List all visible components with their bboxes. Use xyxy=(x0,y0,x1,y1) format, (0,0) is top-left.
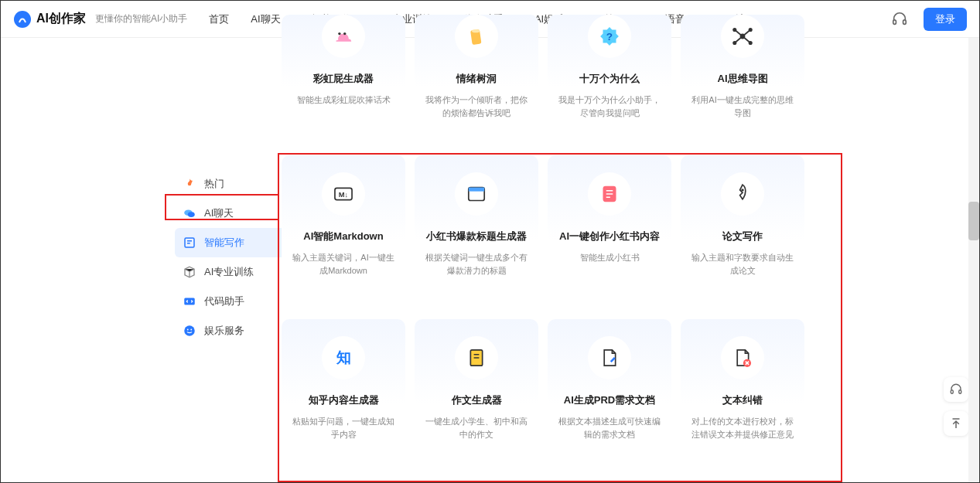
card-icon-wrap xyxy=(721,336,764,379)
card-desc: 利用AI一键生成完整的思维导图 xyxy=(690,94,795,119)
svg-rect-6 xyxy=(184,298,195,305)
card-0-2[interactable]: ?十万个为什么我是十万个为什么小助手，尽管向我提问吧 xyxy=(548,15,671,146)
card-0-3[interactable]: AI思维导图利用AI一键生成完整的思维导图 xyxy=(681,15,804,146)
sidebar-label: AI专业训练 xyxy=(204,265,254,279)
chat-icon xyxy=(183,206,196,220)
err-icon xyxy=(729,345,756,371)
card-2-3[interactable]: 文本纠错对上传的文本进行校对，标注错误文本并提供修正意见 xyxy=(681,319,804,474)
logo[interactable]: AI创作家 xyxy=(13,10,86,29)
md-icon: M↓ xyxy=(330,181,357,207)
mind-icon xyxy=(729,23,756,49)
cloud-icon xyxy=(330,23,357,49)
sidebar-item-4[interactable]: 代码助手 xyxy=(175,287,291,316)
svg-point-7 xyxy=(184,325,195,336)
doc-icon xyxy=(463,345,490,371)
card-1-2[interactable]: AI一键创作小红书内容智能生成小红书 xyxy=(548,155,671,310)
svg-rect-29 xyxy=(951,390,953,394)
card-1-3[interactable]: 论文写作输入主题和字数要求自动生成论文 xyxy=(681,155,804,310)
logo-icon xyxy=(13,10,32,29)
card-title: 知乎内容生成器 xyxy=(309,393,379,407)
svg-rect-23 xyxy=(469,188,484,192)
card-0-0[interactable]: 彩虹屁生成器智能生成彩虹屁吹捧话术 xyxy=(282,15,405,146)
sidebar-item-2[interactable]: 智能写作 xyxy=(175,228,291,257)
svg-point-11 xyxy=(343,32,346,35)
card-title: 作文生成器 xyxy=(452,393,502,407)
card-desc: 输入主题和字数要求自动生成论文 xyxy=(690,251,795,277)
smile-icon xyxy=(183,324,196,338)
svg-point-10 xyxy=(338,32,340,35)
card-2-0[interactable]: 知知乎内容生成器粘贴知乎问题，一键生成知乎内容 xyxy=(282,319,405,474)
question-icon: ? xyxy=(596,23,623,49)
svg-rect-1 xyxy=(893,19,896,23)
login-button[interactable]: 登录 xyxy=(924,8,967,31)
card-icon-wrap xyxy=(588,172,631,216)
svg-point-9 xyxy=(190,329,192,331)
card-icon-wrap: 知 xyxy=(322,336,365,379)
sidebar-label: 代码助手 xyxy=(204,294,244,308)
card-desc: 输入主题关键词，AI一键生成Markdown xyxy=(291,251,396,277)
card-icon-wrap xyxy=(588,336,631,379)
support-icon[interactable] xyxy=(891,11,908,28)
cup-icon xyxy=(463,23,490,49)
card-desc: 我是十万个为什么小助手，尽管向我提问吧 xyxy=(557,94,662,119)
card-title: AI生成PRD需求文档 xyxy=(564,393,655,407)
code-icon xyxy=(183,294,196,308)
card-desc: 智能生成彩虹屁吹捧话术 xyxy=(295,94,392,107)
svg-point-8 xyxy=(187,329,189,331)
brand-name: AI创作家 xyxy=(36,11,86,27)
card-title: AI一键创作小红书内容 xyxy=(559,230,660,243)
card-icon-wrap: ? xyxy=(588,15,631,58)
card-icon-wrap xyxy=(721,15,764,58)
card-icon-wrap: M↓ xyxy=(322,172,365,216)
card-1-0[interactable]: M↓AI智能Markdown输入主题关键词，AI一键生成Markdown xyxy=(282,155,405,310)
sidebar-item-5[interactable]: 娱乐服务 xyxy=(175,316,291,345)
svg-rect-30 xyxy=(959,390,961,394)
card-title: 论文写作 xyxy=(722,230,763,243)
card-desc: 对上传的文本进行校对，标注错误文本并提供修正意见 xyxy=(690,415,795,440)
note-icon xyxy=(596,181,623,207)
card-1-1[interactable]: 小红书爆款标题生成器根据关键词一键生成多个有爆款潜力的标题 xyxy=(415,155,538,310)
zhi-icon: 知 xyxy=(330,345,357,371)
floating-buttons xyxy=(944,377,968,436)
cards-area: 彩虹屁生成器智能生成彩虹屁吹捧话术情绪树洞我将作为一个倾听者，把你的烦恼都告诉我… xyxy=(282,38,838,474)
card-2-1[interactable]: 作文生成器一键生成小学生、初中和高中的作文 xyxy=(415,319,538,474)
cube-icon xyxy=(183,265,196,279)
card-desc: 一键生成小学生、初中和高中的作文 xyxy=(424,415,529,440)
svg-rect-2 xyxy=(903,19,907,23)
card-0-1[interactable]: 情绪树洞我将作为一个倾听者，把你的烦恼都告诉我吧 xyxy=(415,15,538,146)
card-icon-wrap xyxy=(455,15,498,58)
sidebar-item-3[interactable]: AI专业训练 xyxy=(175,257,291,287)
window-icon xyxy=(463,181,490,207)
card-icon-wrap xyxy=(721,172,764,216)
headset-icon xyxy=(949,383,963,396)
card-desc: 粘贴知乎问题，一键生成知乎内容 xyxy=(291,415,396,440)
back-to-top-button[interactable] xyxy=(944,411,968,436)
float-support-button[interactable] xyxy=(944,377,968,402)
card-icon-wrap xyxy=(455,172,498,216)
slogan: 更懂你的智能AI小助手 xyxy=(95,12,187,26)
header-right: 登录 xyxy=(891,8,967,31)
card-title: 十万个为什么 xyxy=(579,72,640,86)
sidebar-item-0[interactable]: 热门 xyxy=(175,169,291,199)
sidebar-item-1[interactable]: AI聊天 xyxy=(175,199,291,228)
nav-item-0[interactable]: 首页 xyxy=(209,12,229,26)
card-desc: 智能生成小红书 xyxy=(579,251,641,264)
svg-text:知: 知 xyxy=(336,349,351,366)
scrollbar-thumb[interactable] xyxy=(968,202,979,240)
card-desc: 根据关键词一键生成多个有爆款潜力的标题 xyxy=(424,251,529,277)
svg-text:M↓: M↓ xyxy=(339,191,348,199)
card-icon-wrap xyxy=(455,336,498,379)
card-title: 小红书爆款标题生成器 xyxy=(426,230,527,243)
card-title: AI思维导图 xyxy=(718,72,768,86)
scrollbar-track[interactable] xyxy=(968,38,979,483)
card-title: 文本纠错 xyxy=(722,393,763,407)
arrow-up-icon xyxy=(949,417,963,430)
card-title: 彩虹屁生成器 xyxy=(313,72,374,86)
prd-icon xyxy=(596,345,623,371)
sidebar-label: 热门 xyxy=(204,177,224,191)
sidebar-label: 娱乐服务 xyxy=(204,324,244,338)
card-2-2[interactable]: AI生成PRD需求文档根据文本描述生成可快速编辑的需求文档 xyxy=(548,319,671,474)
sidebar-label: 智能写作 xyxy=(204,236,244,250)
card-desc: 我将作为一个倾听者，把你的烦恼都告诉我吧 xyxy=(424,94,529,119)
card-title: AI智能Markdown xyxy=(303,230,383,243)
